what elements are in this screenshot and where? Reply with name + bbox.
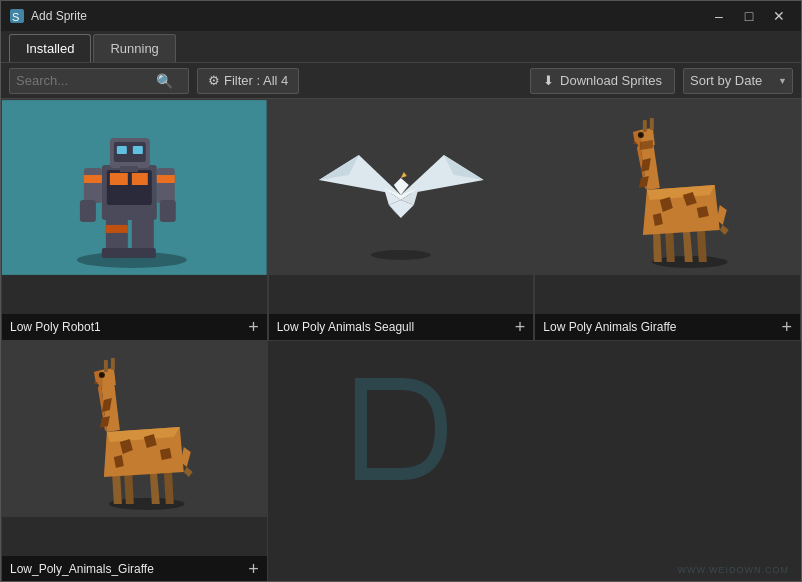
sprite-name-robot: Low Poly Robot1 xyxy=(10,320,101,334)
robot-svg xyxy=(2,100,267,275)
empty-canvas3: WWW.WEIDOWN.COM xyxy=(534,341,801,516)
download-label: Download Sprites xyxy=(560,73,662,88)
app-icon: S xyxy=(9,8,25,24)
seagull-svg xyxy=(269,100,534,275)
sprite-card-seagull[interactable]: Low Poly Animals Seagull + xyxy=(268,99,535,341)
svg-rect-83 xyxy=(111,358,115,370)
sprite-grid: Low Poly Robot1 + xyxy=(1,99,801,582)
svg-point-60 xyxy=(633,142,637,144)
svg-rect-64 xyxy=(2,342,267,517)
search-input[interactable] xyxy=(16,73,156,88)
maximize-button[interactable]: □ xyxy=(735,5,763,27)
toolbar: 🔍 ⚙ Filter : All 4 ⬇ Download Sprites So… xyxy=(1,63,801,99)
svg-point-25 xyxy=(371,250,431,260)
minimize-button[interactable]: – xyxy=(705,5,733,27)
d-logo-svg xyxy=(341,374,461,484)
sprite-card-giraffe1[interactable]: Low Poly Animals Giraffe + xyxy=(534,99,801,341)
svg-marker-74 xyxy=(160,448,172,460)
download-icon: ⬇ xyxy=(543,73,554,88)
download-button[interactable]: ⬇ Download Sprites xyxy=(530,68,675,94)
svg-rect-6 xyxy=(110,173,128,185)
sprite-name-giraffe2: Low_Poly_Animals_Giraffe xyxy=(10,562,154,576)
tab-installed[interactable]: Installed xyxy=(9,34,91,62)
svg-point-59 xyxy=(640,134,643,137)
svg-point-85 xyxy=(100,374,103,377)
svg-rect-23 xyxy=(106,225,128,233)
sprite-label-robot: Low Poly Robot1 + xyxy=(2,314,267,340)
sprite-canvas-giraffe2 xyxy=(2,342,267,517)
svg-rect-17 xyxy=(84,175,102,183)
sprite-name-giraffe1: Low Poly Animals Giraffe xyxy=(543,320,676,334)
svg-rect-22 xyxy=(128,248,156,258)
close-button[interactable]: ✕ xyxy=(765,5,793,27)
filter-button[interactable]: ⚙ Filter : All 4 xyxy=(197,68,299,94)
filter-icon: ⚙ xyxy=(208,73,220,88)
title-bar: S Add Sprite – □ ✕ xyxy=(1,1,801,31)
svg-rect-19 xyxy=(106,218,128,250)
svg-rect-82 xyxy=(104,360,108,372)
sprite-card-robot[interactable]: Low Poly Robot1 + xyxy=(1,99,268,341)
sort-select[interactable]: Sort by DateSort by NameSort by Size xyxy=(683,68,793,94)
sprite-canvas-giraffe1 xyxy=(535,100,800,275)
app-title: Add Sprite xyxy=(31,9,87,23)
logo-area xyxy=(268,341,535,516)
svg-rect-21 xyxy=(102,248,130,258)
filter-label: Filter : All 4 xyxy=(224,73,288,88)
sprite-card-giraffe2[interactable]: Low_Poly_Animals_Giraffe + xyxy=(1,341,268,582)
sprite-canvas-robot xyxy=(2,100,267,275)
sprite-card-empty1 xyxy=(268,341,535,582)
svg-rect-16 xyxy=(160,200,176,222)
svg-rect-20 xyxy=(132,218,154,250)
svg-rect-12 xyxy=(120,166,138,172)
svg-rect-13 xyxy=(84,168,102,203)
svg-text:S: S xyxy=(12,11,19,23)
sprite-label-giraffe2: Low_Poly_Animals_Giraffe + xyxy=(2,556,267,582)
sprite-label-giraffe1: Low Poly Animals Giraffe + xyxy=(535,314,800,340)
search-icon: 🔍 xyxy=(156,73,173,89)
sprite-card-empty2: WWW.WEIDOWN.COM xyxy=(534,341,801,582)
sprite-canvas-seagull xyxy=(269,100,534,275)
svg-rect-15 xyxy=(157,168,175,203)
giraffe2-svg xyxy=(2,342,267,517)
watermark-text: WWW.WEIDOWN.COM xyxy=(678,565,789,575)
giraffe1-svg xyxy=(535,100,800,275)
tab-running[interactable]: Running xyxy=(93,34,175,62)
title-bar-left: S Add Sprite xyxy=(9,8,87,24)
svg-rect-7 xyxy=(132,173,148,185)
add-sprite-giraffe2[interactable]: + xyxy=(248,560,259,578)
svg-point-86 xyxy=(94,382,98,384)
svg-rect-14 xyxy=(80,200,96,222)
sprite-name-seagull: Low Poly Animals Seagull xyxy=(277,320,414,334)
svg-rect-57 xyxy=(650,118,654,130)
add-sprite-seagull[interactable]: + xyxy=(515,318,526,336)
add-sprite-giraffe1[interactable]: + xyxy=(781,318,792,336)
add-sprite-robot[interactable]: + xyxy=(248,318,259,336)
svg-rect-56 xyxy=(643,120,647,132)
tab-bar: Installed Running xyxy=(1,31,801,63)
svg-rect-18 xyxy=(157,175,175,183)
svg-rect-11 xyxy=(133,146,143,154)
svg-rect-10 xyxy=(117,146,127,154)
svg-marker-48 xyxy=(697,206,709,218)
sprite-label-seagull: Low Poly Animals Seagull + xyxy=(269,314,534,340)
search-box[interactable]: 🔍 xyxy=(9,68,189,94)
sort-wrapper: Sort by DateSort by NameSort by Size xyxy=(683,68,793,94)
window-controls: – □ ✕ xyxy=(705,5,793,27)
